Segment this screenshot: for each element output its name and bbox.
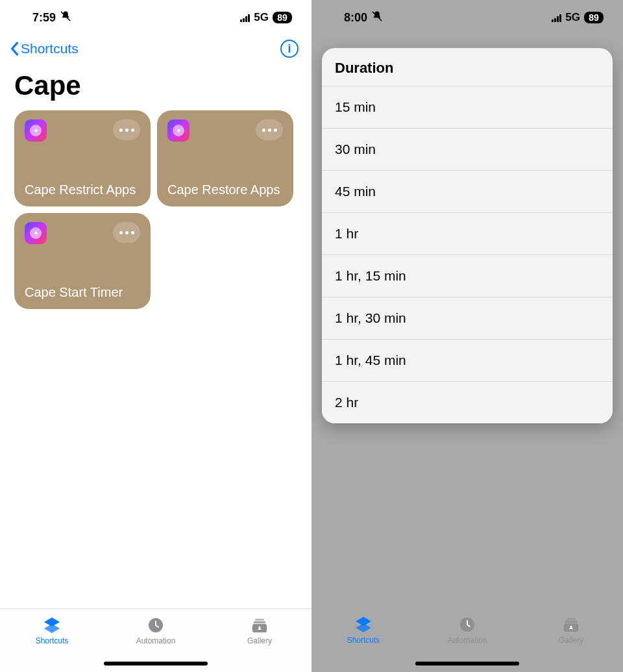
tab-automation[interactable]: Automation (428, 616, 506, 645)
tab-label: Gallery (247, 636, 272, 645)
tab-gallery[interactable]: Gallery (532, 616, 610, 645)
info-button[interactable]: i (280, 40, 299, 58)
gallery-icon (561, 616, 581, 633)
automation-icon (146, 617, 165, 634)
duration-option[interactable]: 30 min (322, 129, 613, 171)
shortcut-app-icon: ✦ (25, 119, 47, 142)
page-title: Cape (0, 65, 312, 110)
duration-option[interactable]: 1 hr, 30 min (322, 297, 613, 340)
duration-option[interactable]: 1 hr, 45 min (322, 340, 613, 382)
gallery-icon (250, 617, 269, 634)
tab-label: Automation (136, 636, 176, 645)
shortcut-label: Cape Restore Apps (167, 182, 283, 197)
svg-rect-2 (254, 621, 265, 623)
shortcut-app-icon: ✦ (25, 222, 47, 244)
phone-screenshot-right: 8:00 5G 89 Duration 15 min 30 min 45 min… (312, 0, 623, 672)
battery-level: 89 (584, 12, 604, 23)
tab-bar: Shortcuts Automation Gallery (0, 608, 312, 672)
svg-rect-1 (255, 619, 264, 621)
status-time: 8:00 (344, 11, 367, 25)
shortcut-label: Cape Start Timer (25, 284, 140, 300)
silent-icon (371, 10, 383, 25)
shortcuts-icon (42, 617, 62, 634)
svg-rect-5 (567, 618, 576, 620)
duration-picker-card: Duration 15 min 30 min 45 min 1 hr 1 hr,… (322, 48, 613, 423)
tab-shortcuts[interactable]: Shortcuts (324, 616, 402, 645)
tab-bar: Shortcuts Automation Gallery (312, 608, 623, 672)
tab-label: Gallery (559, 636, 583, 645)
network-label: 5G (565, 11, 580, 24)
duration-option[interactable]: 1 hr, 15 min (322, 255, 613, 297)
duration-option[interactable]: 2 hr (322, 382, 613, 423)
network-label: 5G (254, 11, 269, 24)
shortcut-app-icon: ✦ (167, 119, 189, 142)
info-icon: i (287, 42, 291, 56)
more-button[interactable] (113, 222, 140, 243)
tab-label: Shortcuts (36, 636, 69, 645)
automation-icon (458, 616, 477, 633)
more-button[interactable] (113, 119, 140, 140)
chevron-left-icon (9, 42, 19, 56)
tab-gallery[interactable]: Gallery (221, 617, 299, 645)
phone-screenshot-left: 7:59 5G 89 Shortcuts i Cape (0, 0, 312, 672)
home-indicator[interactable] (415, 662, 519, 666)
back-label: Shortcuts (21, 41, 79, 56)
shortcut-label: Cape Restrict Apps (25, 182, 140, 197)
tab-shortcuts[interactable]: Shortcuts (13, 617, 91, 645)
tab-automation[interactable]: Automation (117, 617, 195, 645)
shortcut-grid: ✦ Cape Restrict Apps ✦ Cape Restore Apps… (0, 110, 312, 309)
tab-label: Shortcuts (347, 636, 380, 645)
back-button[interactable]: Shortcuts (9, 41, 79, 56)
signal-icon (240, 13, 250, 22)
signal-icon (552, 13, 561, 22)
picker-title: Duration (322, 48, 613, 86)
status-bar: 8:00 5G 89 (312, 0, 623, 35)
duration-option[interactable]: 15 min (322, 86, 613, 129)
shortcuts-icon (354, 616, 373, 633)
shortcut-tile[interactable]: ✦ Cape Restrict Apps (14, 110, 151, 206)
duration-option[interactable]: 45 min (322, 171, 613, 213)
tab-label: Automation (448, 636, 487, 645)
nav-bar: Shortcuts i (0, 35, 312, 65)
home-indicator[interactable] (104, 662, 208, 666)
status-bar: 7:59 5G 89 (0, 0, 312, 35)
shortcut-tile[interactable]: ✦ Cape Start Timer (14, 213, 151, 309)
svg-rect-6 (565, 621, 577, 623)
shortcut-tile[interactable]: ✦ Cape Restore Apps (157, 110, 293, 206)
status-time: 7:59 (32, 11, 56, 25)
battery-level: 89 (273, 12, 292, 23)
more-button[interactable] (256, 119, 283, 140)
silent-icon (60, 10, 71, 25)
duration-option[interactable]: 1 hr (322, 213, 613, 255)
